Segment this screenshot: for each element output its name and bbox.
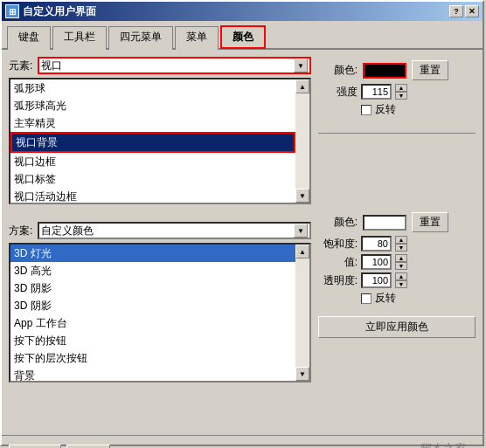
watermark: 脚本之家www.jb51.net xyxy=(419,441,476,448)
saturation-spinner-btns: ▲ ▼ xyxy=(395,236,407,252)
tab-toolbar[interactable]: 工具栏 xyxy=(52,26,107,50)
color-row-top: 颜色: 重置 xyxy=(318,60,476,80)
saturation-row: 饱和度: ▲ ▼ xyxy=(318,236,476,252)
invert-checkbox-bottom[interactable] xyxy=(361,293,371,304)
bottom-color-controls: 颜色: 重置 饱和度: ▲ ▼ 值: ▲ xyxy=(318,212,476,338)
invert-row-bottom: 反转 xyxy=(361,291,476,306)
color-label-top: 颜色: xyxy=(318,63,358,78)
list-item[interactable]: 按下的按钮 xyxy=(10,332,295,349)
load-button[interactable]: 加载... xyxy=(9,445,61,448)
list-item[interactable]: 3D 阴影 xyxy=(10,297,295,314)
color-swatch-top[interactable] xyxy=(363,63,406,79)
transparency-down-btn[interactable]: ▼ xyxy=(395,280,407,288)
value-label: 值: xyxy=(318,255,358,270)
list-item-selected[interactable]: 3D 灯光 xyxy=(10,245,295,262)
window-title: 自定义用户界面 xyxy=(23,4,96,19)
strength-down-btn[interactable]: ▼ xyxy=(395,92,407,100)
list-item[interactable]: 主宰精灵 xyxy=(10,114,295,132)
saturation-down-btn[interactable]: ▼ xyxy=(395,244,407,252)
scheme-dropdown-arrow[interactable]: ▼ xyxy=(294,224,308,238)
element-listbox-inner: 弧形球 弧形球高光 主宰精灵 视口背景 视口边框 视口标签 视口活动边框 视口剪… xyxy=(10,79,295,203)
scheme-listbox-wrapper: 3D 灯光 3D 高光 3D 阴影 3D 阴影 App 工作台 按下的按钮 按下… xyxy=(9,243,311,383)
tab-menu[interactable]: 菜单 xyxy=(175,26,219,50)
value-down-btn[interactable]: ▼ xyxy=(395,262,407,270)
element-listbox-scrollbar[interactable]: ▲ ▼ xyxy=(295,79,309,203)
close-button[interactable]: ✕ xyxy=(465,5,479,17)
saturation-up-btn[interactable]: ▲ xyxy=(395,236,407,244)
left-panel: 元素: 视口 ▼ 弧形球 弧形球高光 主宰精灵 视口背景 视口边框 视口标签 xyxy=(9,57,311,428)
title-buttons: ? ✕ xyxy=(449,5,479,17)
element-value: 视口 xyxy=(41,59,62,73)
title-bar: ⊞ 自定义用户界面 ? ✕ xyxy=(2,2,483,21)
list-item-selected[interactable]: 视口背景 xyxy=(10,132,295,153)
element-dropdown[interactable]: 视口 ▼ xyxy=(38,57,311,74)
right-panel: 颜色: 重置 强度 ▲ ▼ 反转 xyxy=(318,57,476,428)
transparency-up-btn[interactable]: ▲ xyxy=(395,272,407,280)
scheme-dropdown[interactable]: 自定义颜色 ▼ xyxy=(38,222,311,239)
invert-checkbox-top[interactable] xyxy=(361,105,371,115)
strength-input[interactable] xyxy=(361,84,392,100)
bottom-buttons: 加载... 保存 脚本之家www.jb51.net xyxy=(2,435,483,448)
scroll-down-btn2[interactable]: ▼ xyxy=(295,367,309,381)
scheme-listbox-inner: 3D 灯光 3D 高光 3D 阴影 3D 阴影 App 工作台 按下的按钮 按下… xyxy=(10,245,295,381)
invert-label-bottom: 反转 xyxy=(375,291,396,306)
color-row-bottom: 颜色: 重置 xyxy=(318,212,476,232)
color-label-bottom: 颜色: xyxy=(318,215,358,230)
element-listbox-wrapper: 弧形球 弧形球高光 主宰精灵 视口背景 视口边框 视口标签 视口活动边框 视口剪… xyxy=(9,78,311,204)
scroll-track2 xyxy=(295,258,309,367)
top-color-controls: 颜色: 重置 强度 ▲ ▼ 反转 xyxy=(318,60,476,121)
strength-up-btn[interactable]: ▲ xyxy=(395,84,407,92)
value-input[interactable] xyxy=(361,254,392,270)
main-content: 元素: 视口 ▼ 弧形球 弧形球高光 主宰精灵 视口背景 视口边框 视口标签 xyxy=(2,50,483,435)
list-item[interactable]: 视口活动边框 xyxy=(10,188,295,203)
value-row: 值: ▲ ▼ xyxy=(318,254,476,270)
scheme-label: 方案: xyxy=(9,224,32,238)
element-dropdown-arrow[interactable]: ▼ xyxy=(294,59,308,72)
list-item[interactable]: 弧形球 xyxy=(10,79,295,97)
main-window: ⊞ 自定义用户界面 ? ✕ 键盘 工具栏 四元菜单 菜单 颜色 xyxy=(0,0,484,446)
scheme-value: 自定义颜色 xyxy=(41,224,94,238)
invert-label-top: 反转 xyxy=(375,102,396,117)
top-section: 元素: 视口 ▼ 弧形球 弧形球高光 主宰精灵 视口背景 视口边框 视口标签 xyxy=(9,57,311,204)
tab-quad-menu[interactable]: 四元菜单 xyxy=(108,26,173,50)
strength-spinner-btns: ▲ ▼ xyxy=(395,84,407,100)
list-item[interactable]: 按下的层次按钮 xyxy=(10,349,295,367)
tab-keyboard[interactable]: 键盘 xyxy=(7,26,51,50)
element-label: 元素: xyxy=(9,59,32,73)
scroll-up-btn2[interactable]: ▲ xyxy=(295,245,309,258)
color-swatch-bottom[interactable] xyxy=(363,215,406,231)
list-item[interactable]: 视口标签 xyxy=(10,170,295,188)
saturation-input[interactable] xyxy=(361,236,392,252)
scroll-track xyxy=(295,93,309,189)
saturation-label: 饱和度: xyxy=(318,237,358,252)
list-item[interactable]: 视口边框 xyxy=(10,153,295,170)
tab-color[interactable]: 颜色 xyxy=(220,25,266,49)
list-item[interactable]: 背景 xyxy=(10,367,295,381)
tab-bar: 键盘 工具栏 四元菜单 菜单 颜色 xyxy=(2,21,483,50)
list-item[interactable]: App 工作台 xyxy=(10,314,295,332)
bottom-section: 方案: 自定义颜色 ▼ 3D 灯光 3D 高光 3D 阴影 3D 阴影 App … xyxy=(9,222,311,383)
list-item[interactable]: 3D 高光 xyxy=(10,262,295,279)
apply-color-button[interactable]: 立即应用颜色 xyxy=(318,316,476,338)
invert-row-top: 反转 xyxy=(361,102,476,117)
scheme-row: 方案: 自定义颜色 ▼ xyxy=(9,222,311,239)
strength-row: 强度 ▲ ▼ xyxy=(318,84,476,100)
scroll-up-btn[interactable]: ▲ xyxy=(295,79,309,93)
transparency-input[interactable] xyxy=(361,272,392,288)
list-item[interactable]: 3D 阴影 xyxy=(10,279,295,297)
element-row: 元素: 视口 ▼ xyxy=(9,57,311,74)
list-item[interactable]: 弧形球高光 xyxy=(10,97,295,114)
value-spinner-btns: ▲ ▼ xyxy=(395,254,407,270)
help-button[interactable]: ? xyxy=(449,5,463,17)
scroll-down-btn[interactable]: ▼ xyxy=(295,189,309,203)
divider xyxy=(318,133,476,134)
transparency-spinner-btns: ▲ ▼ xyxy=(395,272,407,288)
transparency-label: 透明度: xyxy=(318,273,358,288)
save-button[interactable]: 保存 xyxy=(66,445,110,448)
window-icon: ⊞ xyxy=(5,4,19,18)
value-up-btn[interactable]: ▲ xyxy=(395,254,407,262)
reset-button-top[interactable]: 重置 xyxy=(412,60,448,80)
scheme-listbox-scrollbar[interactable]: ▲ ▼ xyxy=(295,245,309,381)
reset-button-bottom[interactable]: 重置 xyxy=(412,212,448,232)
strength-label: 强度 xyxy=(318,85,358,100)
